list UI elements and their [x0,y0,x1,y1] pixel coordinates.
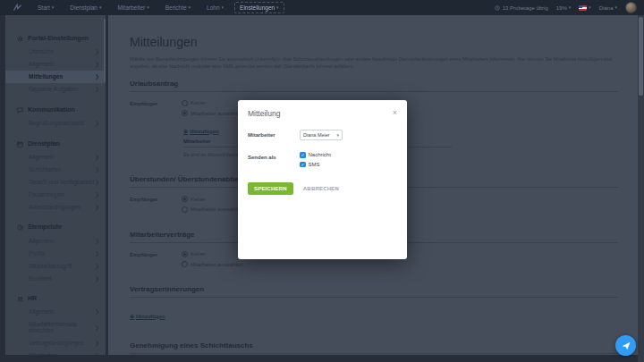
avatar[interactable] [625,2,637,13]
sidebar-item-label: Mitteilungen [29,73,63,80]
nav-item-label: Mitarbeiter [117,4,145,11]
nav-item-label: Berichte [165,4,187,11]
sidebar-item[interactable]: Arbeitsbedingungen❯ [5,200,106,213]
sidebar-item[interactable]: Allgemein❯ [5,58,106,71]
sidebar-item[interactable]: Mitarbeiter❯ [5,349,106,355]
sidebar-item-label: Allgemein [29,308,55,315]
radio-option[interactable]: Mitarbeiter auswählen [182,206,243,213]
sidebar-item[interactable]: Mitarbeiterformular einrichten❯ [5,318,106,337]
sidebar-item[interactable]: Allgemein❯ [5,234,106,247]
clock-icon [17,224,23,231]
trial-text: 13 Probetage übrig [503,5,548,11]
sidebar-item[interactable]: Mitarbeiterzugriff❯ [5,259,106,272]
cancel-button[interactable]: ABBRECHEN [303,186,339,191]
mitarbeiter-select-value: Diana Meier [303,132,330,138]
chat-icon [17,107,23,114]
app-logo-icon[interactable] [11,3,23,13]
sidebar-item[interactable]: Erweitert❯ [5,272,106,284]
page-scrollbar[interactable] [638,15,644,362]
modal-header: Mitteilung × [248,109,397,118]
sidebar-item-label: Mitarbeiter [29,352,56,355]
chevron-right-icon: ❯ [95,275,99,282]
sidebar-section-clock: Stempeluhr [5,221,106,234]
nav-item-start[interactable]: Start▾ [32,2,59,13]
radio-option[interactable]: Keiner [182,196,243,202]
sidebar-item-label: Arbeitsbedingungen [29,204,80,210]
radio-option[interactable]: Keiner [182,100,243,106]
user-name: Diana [599,5,614,11]
sidebar-item[interactable]: Pausenregeln❯ [5,188,106,200]
people-icon [17,296,23,302]
page-description: Mithilfe von Benachrichtigungen können S… [130,55,617,71]
radio-button[interactable] [182,110,188,116]
radio-option[interactable]: Keiner [182,251,243,257]
recipient-label: Empfänger [130,196,182,213]
sidebar-item[interactable]: Vertragsbedingungen❯ [5,337,106,349]
add-link[interactable]: ⊕Hinzufügen [183,128,219,134]
sidebar-item-label: Vertragsbedingungen [29,340,84,346]
chat-launcher-button[interactable] [615,335,636,356]
save-button[interactable]: SPEICHERN [248,182,293,195]
checkbox-nachricht[interactable]: ✓ [300,152,306,158]
chevron-right-icon: ❯ [95,263,99,269]
nav-item-einstellungen[interactable]: Einstellungen▾ [234,2,284,13]
checkbox-option[interactable]: ✓Nachricht [300,152,331,158]
mitarbeiter-label: Mitarbeiter [248,130,300,140]
trial-status: 13 Probetage übrig [495,5,548,11]
calendar-icon [17,141,23,147]
sidebar-item-label: Tausch und Verfügbarkeit [29,179,94,185]
radio-button[interactable] [182,251,188,257]
nav-item-berichte[interactable]: Berichte▾ [160,2,196,13]
sidebar-item[interactable]: Allgemein❯ [5,306,106,318]
sidebar-item[interactable]: Übersicht❯ [5,46,106,58]
sidebar-item[interactable]: Geplante Aufgaben❯ [5,83,106,96]
nav-item-dienstplan[interactable]: Dienstplan▾ [64,2,106,13]
radio-option[interactable]: Mitarbeiter auswählen [182,261,243,267]
nav-item-lohn[interactable]: Lohn▾ [201,2,229,13]
sidebar-item[interactable]: Profile❯ [5,247,106,259]
nav-item-label: Start [38,4,50,11]
chevron-right-icon: ❯ [95,191,99,198]
chevron-right-icon: ❯ [95,352,99,355]
radio-button[interactable] [182,206,188,213]
chevron-down-icon: ▾ [589,5,591,10]
nav-menu: Start▾Dienstplan▾Mitarbeiter▾Berichte▾Lo… [32,2,284,13]
add-link-label: Hinzufügen [136,314,165,319]
nav-item-label: Einstellungen [240,4,275,11]
plus-circle-icon: ⊕ [183,128,188,134]
chevron-right-icon: ❯ [95,340,99,346]
mitteilung-modal: Mitteilung × Mitarbeiter Diana Meier ▾ S… [238,100,407,259]
radio-option[interactable]: Mitarbeiter auswählen [182,110,243,116]
progress-percent: 19% [556,5,567,11]
nav-item-label: Lohn [207,4,219,11]
sidebar-item-label: Allgemein [29,238,55,244]
nav-item-mitarbeiter[interactable]: Mitarbeiter▾ [112,2,154,13]
sidebar-item[interactable]: Begrüßungsnachricht❯ [5,117,106,130]
chevron-down-icon: ▾ [52,5,55,10]
checkbox-option[interactable]: ✓SMS [300,162,331,168]
sidebar-section-calendar: Dienstplan [5,138,106,151]
sidebar-section-title: Portal-Einstellungen [28,35,89,43]
sidebar-item[interactable]: Schichtarten❯ [5,163,106,175]
add-link[interactable]: ⊕Hinzufügen [130,313,165,319]
language-menu[interactable]: ▾ [579,5,591,11]
sidebar-item[interactable]: Tausch und Verfügbarkeit❯ [5,175,106,188]
radio-button[interactable] [182,261,188,267]
modal-actions: SPEICHERN ABBRECHEN [248,182,397,195]
radio-label: Mitarbeiter auswählen [191,111,243,116]
checkbox-sms[interactable]: ✓ [300,162,306,168]
sidebar-scrollbar[interactable] [104,19,106,81]
close-icon[interactable]: × [393,109,397,117]
mitarbeiter-select[interactable]: Diana Meier ▾ [300,130,343,140]
radio-group: KeinerMitarbeiter auswählen [182,196,243,213]
sidebar-item[interactable]: Mitteilungen❯ [5,71,106,83]
user-menu[interactable]: Diana ▾ [599,5,617,11]
radio-button[interactable] [182,196,188,202]
gear-icon [17,36,23,42]
section-heading: Genehmigung eines Schichttauschs [130,341,618,354]
scrollbar-thumb[interactable] [639,17,643,96]
radio-button[interactable] [182,100,188,106]
sidebar-item[interactable]: Allgemein❯ [5,150,106,163]
flag-icon [579,5,587,11]
progress-menu[interactable]: 19% ▾ [556,5,572,11]
